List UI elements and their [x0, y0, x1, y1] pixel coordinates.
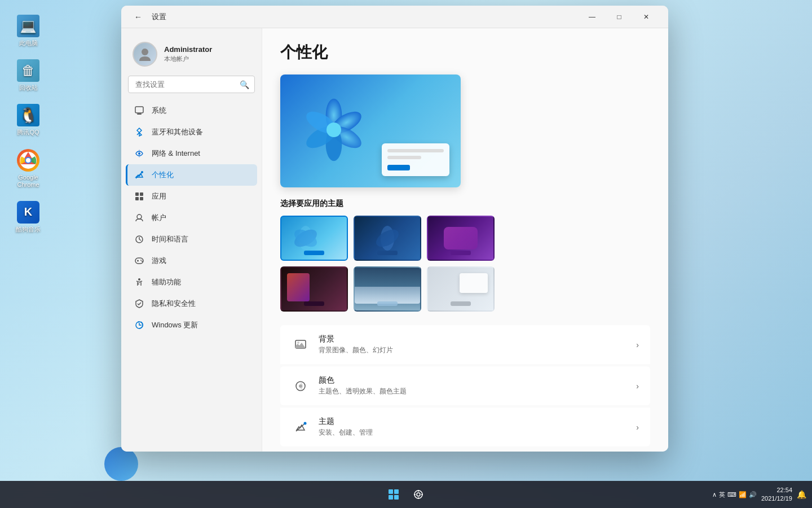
sidebar-label-account: 帐户 — [152, 213, 166, 223]
network-icon — [134, 148, 145, 159]
sidebar-label-system: 系统 — [152, 106, 166, 116]
account-icon — [134, 212, 145, 224]
theme-preview — [280, 75, 461, 187]
back-button[interactable]: ← — [130, 9, 146, 25]
svg-point-25 — [138, 278, 140, 281]
background-icon — [292, 336, 310, 354]
colors-icon — [292, 377, 310, 395]
theme-item-1[interactable] — [280, 216, 348, 261]
svg-point-33 — [326, 122, 341, 137]
desktop-icon-chrome[interactable]: Google Chrome — [6, 146, 51, 192]
window-controls: — □ ✕ — [579, 8, 659, 26]
colors-subtitle: 主题色、透明效果、颜色主题 — [319, 387, 627, 396]
qq-icon-label: 腾讯QQ — [17, 129, 39, 136]
svg-rect-6 — [137, 113, 142, 115]
svg-point-50 — [417, 493, 420, 496]
system-icon — [134, 105, 145, 116]
maximize-button[interactable]: □ — [606, 8, 632, 26]
taskbar-language: 英 — [719, 491, 725, 499]
svg-point-23 — [140, 260, 142, 261]
sidebar-item-apps[interactable]: 应用 — [126, 186, 257, 207]
svg-rect-14 — [135, 197, 139, 200]
sidebar-item-account[interactable]: 帐户 — [126, 207, 257, 229]
sidebar-label-bluetooth: 蓝牙和其他设备 — [152, 127, 203, 137]
theme-taskbar-1 — [304, 251, 324, 255]
svg-rect-48 — [394, 495, 399, 500]
colors-title: 颜色 — [319, 375, 627, 386]
theme-grid — [280, 216, 650, 312]
sidebar-item-bluetooth[interactable]: 蓝牙和其他设备 — [126, 121, 257, 143]
svg-rect-47 — [389, 495, 393, 500]
sidebar-label-apps: 应用 — [152, 191, 166, 202]
svg-point-16 — [137, 214, 142, 219]
sidebar-item-network[interactable]: 网络 & Internet — [126, 143, 257, 164]
settings-list: 背景 背景图像、颜色、幻灯片 › — [280, 325, 650, 446]
taskbar-time[interactable]: 22:54 2021/12/19 — [761, 486, 792, 503]
window-body: Administrator 本地帐户 🔍 系统 — [121, 28, 668, 452]
themes-icon — [292, 418, 310, 436]
taskbar-right: ∧ 英 ⌨ 📶 🔊 22:54 2021/12/19 🔔 — [712, 486, 806, 503]
sidebar-item-accessibility[interactable]: 辅助功能 — [126, 271, 257, 293]
sidebar-item-system[interactable]: 系统 — [126, 100, 257, 121]
start-button[interactable] — [382, 483, 405, 506]
svg-point-40 — [297, 341, 299, 344]
desktop-icon-qq[interactable]: 🐧 腾讯QQ — [6, 100, 51, 139]
svg-point-3 — [26, 158, 30, 163]
bluetooth-icon — [134, 126, 145, 138]
theme-item-5[interactable] — [354, 266, 421, 312]
search-icon: 🔍 — [240, 80, 249, 89]
svg-rect-5 — [135, 107, 143, 113]
desktop-icon-recycle[interactable]: 🗑 回收站 — [6, 56, 51, 95]
settings-item-background[interactable]: 背景 背景图像、颜色、幻灯片 › — [280, 325, 650, 364]
theme-item-2[interactable] — [354, 216, 421, 261]
preview-flower — [297, 93, 370, 169]
preview-desktop — [280, 75, 461, 187]
settings-item-themes[interactable]: 主题 安装、创建、管理 › — [280, 408, 650, 446]
nav-list: 系统 蓝牙和其他设备 网络 & Internet — [126, 100, 257, 336]
preview-mini-window — [382, 143, 449, 176]
sidebar-item-privacy[interactable]: 隐私和安全性 — [126, 293, 257, 314]
search-input[interactable] — [128, 76, 255, 93]
page-title: 个性化 — [280, 42, 650, 63]
update-icon — [134, 319, 145, 331]
sidebar-item-update[interactable]: Windows 更新 — [126, 314, 257, 336]
colors-text: 颜色 主题色、透明效果、颜色主题 — [319, 375, 627, 396]
taskbar-speaker-icon[interactable]: 🔊 — [749, 491, 757, 498]
background-title: 背景 — [319, 334, 627, 344]
taskbar-keyboard-icon: ⌨ — [727, 491, 736, 498]
privacy-icon — [134, 298, 145, 309]
theme-item-6[interactable] — [427, 266, 495, 312]
settings-item-colors[interactable]: 颜色 主题色、透明效果、颜色主题 › — [280, 366, 650, 405]
minimize-button[interactable]: — — [579, 8, 605, 26]
sidebar-item-gaming[interactable]: 游戏 — [126, 250, 257, 271]
svg-point-44 — [304, 422, 307, 424]
apps-icon — [134, 191, 145, 202]
preview-line-2 — [387, 156, 421, 159]
taskbar-network-icon[interactable]: 📶 — [739, 491, 747, 498]
themes-subtitle: 安装、创建、管理 — [319, 428, 627, 437]
taskbar-center — [382, 483, 430, 506]
sidebar: Administrator 本地帐户 🔍 系统 — [121, 28, 262, 452]
svg-rect-12 — [135, 192, 139, 196]
music-icon: K — [17, 201, 39, 224]
user-info: Administrator 本地帐户 — [126, 37, 257, 76]
gaming-icon — [134, 255, 145, 266]
preview-taskbar — [387, 165, 410, 170]
desktop-icon-my-pc[interactable]: 💻 此电脑 — [6, 11, 51, 50]
notification-bell[interactable]: 🔔 — [797, 490, 806, 499]
svg-rect-20 — [135, 258, 143, 264]
desktop-icon-music[interactable]: K 酷狗音乐 — [6, 198, 51, 237]
sidebar-item-time[interactable]: 时间和语言 — [126, 229, 257, 250]
themes-text: 主题 安装、创建、管理 — [319, 417, 627, 437]
theme-item-4[interactable] — [280, 266, 348, 312]
theme-item-3[interactable] — [427, 216, 495, 261]
svg-point-24 — [142, 261, 143, 262]
taskbar-up-arrow[interactable]: ∧ — [712, 491, 717, 498]
theme-section-label: 选择要应用的主题 — [280, 199, 650, 209]
avatar — [133, 42, 157, 67]
taskbar-settings-button[interactable] — [407, 483, 430, 506]
time-display: 22:54 — [776, 486, 792, 494]
pc-icon: 💻 — [17, 15, 39, 37]
sidebar-item-personal[interactable]: 个性化 — [126, 164, 257, 186]
close-button[interactable]: ✕ — [633, 8, 659, 26]
